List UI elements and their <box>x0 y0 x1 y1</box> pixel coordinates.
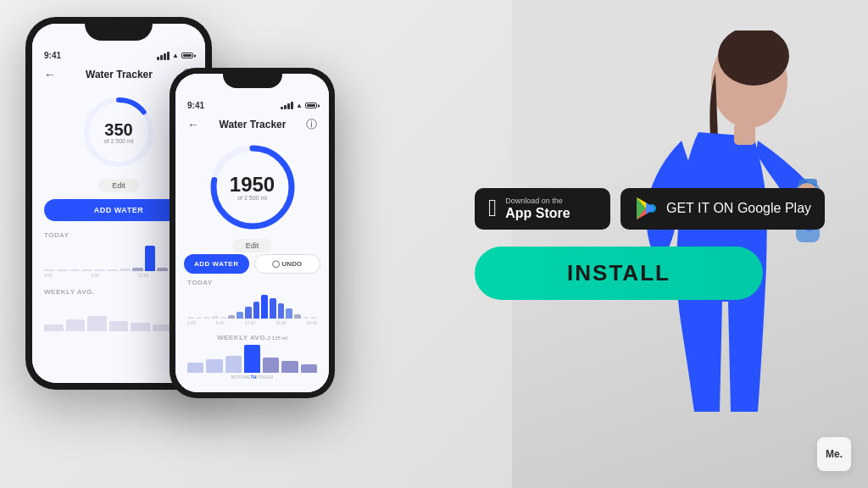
bar-item <box>228 315 235 319</box>
back-arrow-icon[interactable]: ← <box>44 68 56 81</box>
phone-front-circle-text: 1950 of 2 500 ml <box>230 175 275 201</box>
time-label: 12:00 <box>244 320 255 325</box>
bar-item <box>203 317 210 319</box>
phone-front-weekly-day-labels: MO TU WE TH FR SA SU <box>220 374 286 380</box>
bar-item <box>57 269 68 271</box>
wifi-icon: ▲ <box>172 52 179 59</box>
bar-item <box>220 317 227 319</box>
day-label: TU <box>238 374 244 380</box>
app-store-small-text: Download on the <box>505 197 570 206</box>
phone-back-weekly-label: WEEKLY AVG. <box>32 283 107 297</box>
day-label: WE <box>243 374 250 380</box>
signal-bar-3 <box>164 53 166 60</box>
signal-bar-2 <box>284 105 287 109</box>
me-badge: Me. <box>817 437 851 471</box>
phone-front-screen: 9:41 ▲ ← Water Tracker ⓘ <box>175 74 329 392</box>
day-label: MO <box>231 374 238 380</box>
phone-back-time: 9:41 <box>44 51 61 60</box>
day-label: SU <box>267 374 273 380</box>
bar-item <box>212 316 219 319</box>
phone-back-notch <box>85 17 153 41</box>
time-label: 6:00 <box>216 320 225 325</box>
bar-item <box>236 312 243 319</box>
bar-item <box>310 317 317 319</box>
bar-item-highlight <box>145 246 156 271</box>
signal-bar-1 <box>157 57 159 60</box>
phone-front-amount: 1950 <box>230 175 275 195</box>
time-label: 0:00 <box>44 273 53 278</box>
bar-item <box>294 314 301 319</box>
phone-back-status-icons: ▲ <box>157 52 193 60</box>
phone-front-status-icons: ▲ <box>281 102 317 109</box>
day-label: SA <box>262 374 268 380</box>
time-label: 12:00 <box>138 273 149 278</box>
phone-front-edit-btn[interactable]: Edit <box>232 239 273 252</box>
app-store-button[interactable]:  Download on the App Store <box>475 188 610 230</box>
weekly-bar-item <box>87 316 107 331</box>
phone-back-amount: 350 <box>104 121 134 138</box>
phone-front-weekly-label: WEEKLY AVG. <box>217 334 268 341</box>
phone-front-time: 9:41 <box>187 101 204 110</box>
signal-bar-2 <box>160 55 163 60</box>
weekly-bar-item <box>206 359 222 373</box>
phone-front-add-water-btn[interactable]: ADD WATER <box>184 254 249 274</box>
bar-item <box>132 268 143 271</box>
bar-item <box>286 308 292 319</box>
right-panel:  Download on the App Store <box>424 0 868 488</box>
bar-item <box>245 307 252 319</box>
bar-item <box>81 269 92 271</box>
svg-marker-14 <box>646 202 655 214</box>
phone-front-undo-btn[interactable]: ◯ UNDO <box>254 254 321 274</box>
info-icon-front[interactable]: ⓘ <box>306 117 317 132</box>
weekly-bar-item <box>281 361 298 373</box>
apple-icon:  <box>488 197 497 220</box>
phone-front: 9:41 ▲ ← Water Tracker ⓘ <box>170 68 335 398</box>
phone-front-weekly-header: WEEKLY AVG. 2 125 ml <box>205 330 299 341</box>
back-arrow-icon-front[interactable]: ← <box>187 118 199 131</box>
phone-back-circle-text: 350 of 2 500 ml <box>104 121 134 144</box>
time-label: 6:00 <box>91 273 99 278</box>
weekly-bar-item <box>44 324 64 331</box>
battery-icon-front <box>305 103 317 108</box>
google-play-small-text: GET IT ON <box>666 201 733 215</box>
phone-front-bar-chart: 0:00 6:00 12:00 18:00 24:00 <box>175 288 329 330</box>
wifi-icon-front: ▲ <box>296 102 303 109</box>
phone-back-edit-btn[interactable]: Edit <box>98 179 139 192</box>
phone-front-weekly-bars <box>175 343 329 373</box>
weekly-bar-item <box>187 363 203 373</box>
bar-item <box>157 268 168 271</box>
phone-front-today-label: TODAY <box>175 274 225 288</box>
phone-back-nav-title: Water Tracker <box>86 69 153 80</box>
day-label-highlight: TH <box>250 374 256 380</box>
phone-front-weekly-value: 2 125 ml <box>268 336 287 341</box>
phone-front-unit: of 2 500 ml <box>230 195 275 201</box>
weekly-bar-item <box>66 319 86 331</box>
weekly-bar-item <box>131 323 150 331</box>
weekly-bar-item-highlight <box>244 345 260 373</box>
battery-icon <box>181 53 193 58</box>
phone-front-bars <box>187 288 317 319</box>
weekly-bar-item <box>225 356 242 373</box>
app-store-name: App Store <box>505 205 570 221</box>
weekly-bar-item <box>301 364 317 373</box>
time-label: 24:00 <box>306 320 317 325</box>
google-play-button[interactable]: GET IT ON Google Play <box>620 188 825 230</box>
bar-item <box>253 302 260 319</box>
bar-item <box>44 269 55 271</box>
install-button[interactable]: INSTALL <box>475 247 763 300</box>
phone-back-today-label: TODAY <box>32 226 81 241</box>
phone-front-statusbar: 9:41 ▲ <box>175 101 329 117</box>
google-play-text: GET IT ON Google Play <box>666 201 811 216</box>
phone-front-nav-title: Water Tracker <box>220 119 287 130</box>
google-play-icon <box>634 197 658 220</box>
day-label: FR <box>256 374 262 380</box>
bar-item <box>278 303 285 319</box>
bar-item <box>187 317 194 319</box>
bar-item <box>120 269 131 271</box>
time-label: 18:00 <box>275 320 287 325</box>
phone-front-content: 9:41 ▲ ← Water Tracker ⓘ <box>175 74 329 392</box>
weekly-bar-item <box>109 321 129 331</box>
bar-item <box>196 317 203 319</box>
bar-item <box>303 317 309 319</box>
phone-front-nav: ← Water Tracker ⓘ <box>175 117 329 137</box>
